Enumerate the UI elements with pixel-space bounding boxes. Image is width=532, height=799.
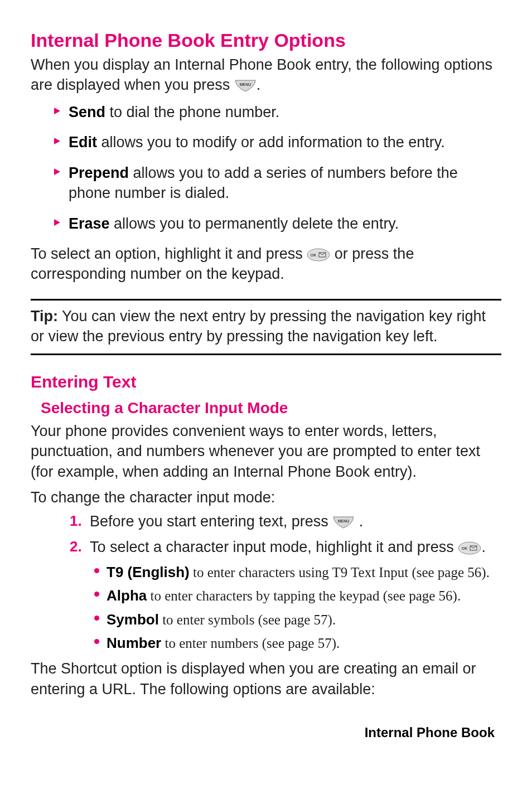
entering-intro: Your phone provides convenient ways to e… (31, 421, 501, 482)
heading-entering-text: Entering Text (31, 371, 501, 394)
intro-text-a: When you display an Internal Phone Book … (31, 56, 492, 93)
intro-text-b: . (257, 76, 261, 93)
mode-number: Number to enter numbers (see page 57). (107, 633, 501, 653)
select-paragraph: To select an option, highlight it and pr… (31, 244, 501, 284)
option-label: Erase (69, 215, 110, 232)
menu-button-icon: MENU (332, 516, 355, 529)
option-edit: Edit allows you to modify or add informa… (69, 132, 501, 152)
footer-title: Internal Phone Book (31, 724, 501, 742)
mode-desc: to enter characters using T9 Text Input … (190, 565, 490, 580)
mode-desc: to enter characters by tapping the keypa… (147, 588, 461, 603)
mode-t9: T9 (English) to enter characters using T… (107, 562, 501, 582)
option-desc: allows you to permanently delete the ent… (110, 215, 399, 232)
ok-button-icon: OK (458, 541, 481, 555)
tip-text: You can view the next entry by pressing … (31, 308, 486, 345)
mode-desc: to enter symbols (see page 57). (159, 612, 336, 627)
mode-list: T9 (English) to enter characters using T… (90, 562, 501, 653)
mode-label: T9 (English) (107, 564, 190, 580)
heading-select-mode: Selecting a Character Input Mode (31, 398, 501, 419)
tip-box: Tip: You can view the next entry by pres… (31, 299, 501, 355)
ok-button-icon: OK (307, 248, 330, 262)
option-label: Edit (69, 134, 97, 151)
mode-desc: to enter numbers (see page 57). (161, 636, 340, 651)
step-text-a: To select a character input mode, highli… (90, 539, 458, 555)
step-1: Before you start entering text, press ME… (90, 511, 501, 531)
option-erase: Erase allows you to permanently delete t… (69, 214, 501, 234)
svg-text:MENU: MENU (338, 519, 350, 523)
svg-text:MENU: MENU (239, 83, 251, 86)
option-desc: to dial the phone number. (105, 104, 279, 120)
menu-button-icon: MENU (234, 79, 257, 93)
option-label: Prepend (69, 164, 129, 181)
entering-lead: To change the character input mode: (31, 487, 501, 507)
step-text-b: . (355, 513, 363, 530)
mode-label: Symbol (107, 611, 159, 628)
option-prepend: Prepend allows you to add a series of nu… (69, 163, 501, 204)
tip-label: Tip: (31, 308, 58, 325)
svg-text:OK: OK (462, 546, 468, 550)
steps-list: Before you start entering text, press ME… (31, 511, 501, 653)
intro-paragraph: When you display an Internal Phone Book … (31, 55, 501, 95)
option-desc: allows you to modify or add information … (97, 134, 445, 151)
step-2: To select a character input mode, highli… (90, 537, 501, 653)
step-text-a: Before you start entering text, press (90, 513, 332, 530)
select-text-a: To select an option, highlight it and pr… (31, 245, 307, 262)
shortcut-paragraph: The Shortcut option is displayed when yo… (31, 658, 501, 699)
heading-entry-options: Internal Phone Book Entry Options (31, 28, 501, 54)
mode-label: Number (107, 635, 161, 651)
options-list: Send to dial the phone number. Edit allo… (31, 102, 501, 234)
option-send: Send to dial the phone number. (69, 102, 501, 122)
svg-text:OK: OK (311, 253, 317, 257)
mode-label: Alpha (107, 587, 147, 604)
step-text-b: . (481, 539, 486, 555)
mode-alpha: Alpha to enter characters by tapping the… (107, 585, 501, 606)
option-label: Send (69, 104, 105, 120)
mode-symbol: Symbol to enter symbols (see page 57). (107, 609, 501, 629)
